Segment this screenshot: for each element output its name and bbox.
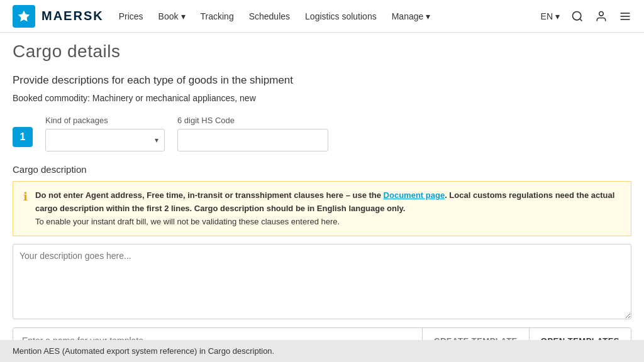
- kind-of-packages-label: Kind of packages: [45, 116, 165, 125]
- svg-marker-0: [18, 10, 30, 21]
- manage-arrow-icon: ▾: [426, 11, 430, 21]
- hs-code-label: 6 digit HS Code: [177, 116, 328, 125]
- logo-text: MAERSK: [42, 9, 104, 23]
- warning-icon: ℹ: [23, 190, 28, 228]
- nav-right: EN ▾: [541, 10, 631, 23]
- navbar: MAERSK Prices Book ▾ Tracking Schedules …: [0, 0, 644, 33]
- nav-logistics[interactable]: Logistics solutions: [305, 11, 377, 21]
- language-selector[interactable]: EN ▾: [541, 11, 560, 21]
- nav-schedules[interactable]: Schedules: [249, 11, 290, 21]
- logo-star: [13, 5, 35, 28]
- subtitle: Provide descriptions for each type of go…: [13, 74, 631, 87]
- page-title: Cargo details: [13, 33, 631, 62]
- nav-manage[interactable]: Manage ▾: [392, 11, 431, 21]
- main-content: Cargo details Provide descriptions for e…: [0, 33, 644, 362]
- book-arrow-icon: ▾: [181, 11, 186, 21]
- warning-box: ℹ Do not enter Agent address, Free time,…: [13, 181, 631, 236]
- booked-commodity: Booked commodity: Machinery or mechanica…: [13, 93, 631, 103]
- kind-of-packages-select-wrapper: ▾: [45, 129, 165, 151]
- packages-form-row: 1 Kind of packages ▾ 6 digit HS Code: [13, 116, 631, 151]
- svg-point-1: [573, 11, 581, 19]
- star-icon: [17, 9, 31, 23]
- nav-links: Prices Book ▾ Tracking Schedules Logisti…: [119, 11, 541, 21]
- search-icon: [571, 10, 584, 23]
- hs-code-group: 6 digit HS Code: [177, 116, 328, 151]
- account-button[interactable]: [595, 10, 608, 23]
- document-page-link[interactable]: Document page: [384, 190, 445, 200]
- nav-prices[interactable]: Prices: [119, 11, 143, 21]
- hamburger-icon: [619, 10, 631, 23]
- footer-note: Mention AES (Automated export system ref…: [0, 340, 644, 362]
- warning-text: Do not enter Agent address, Free time, i…: [35, 189, 621, 228]
- svg-point-3: [599, 11, 604, 16]
- logo[interactable]: MAERSK: [13, 5, 104, 28]
- nav-book[interactable]: Book ▾: [158, 11, 186, 21]
- svg-line-2: [580, 18, 582, 21]
- account-icon: [595, 10, 608, 23]
- nav-tracking[interactable]: Tracking: [201, 11, 234, 21]
- hs-code-input[interactable]: [177, 129, 328, 151]
- menu-button[interactable]: [619, 10, 631, 23]
- lang-arrow-icon: ▾: [555, 11, 560, 21]
- kind-of-packages-group: Kind of packages ▾: [45, 116, 165, 151]
- search-button[interactable]: [571, 10, 584, 23]
- cargo-desc-label: Cargo description: [13, 164, 631, 175]
- cargo-description-section: Cargo description ℹ Do not enter Agent a…: [13, 164, 631, 354]
- kind-of-packages-select[interactable]: [45, 129, 165, 151]
- cargo-description-textarea[interactable]: [13, 244, 631, 319]
- item-number-badge: 1: [13, 127, 33, 147]
